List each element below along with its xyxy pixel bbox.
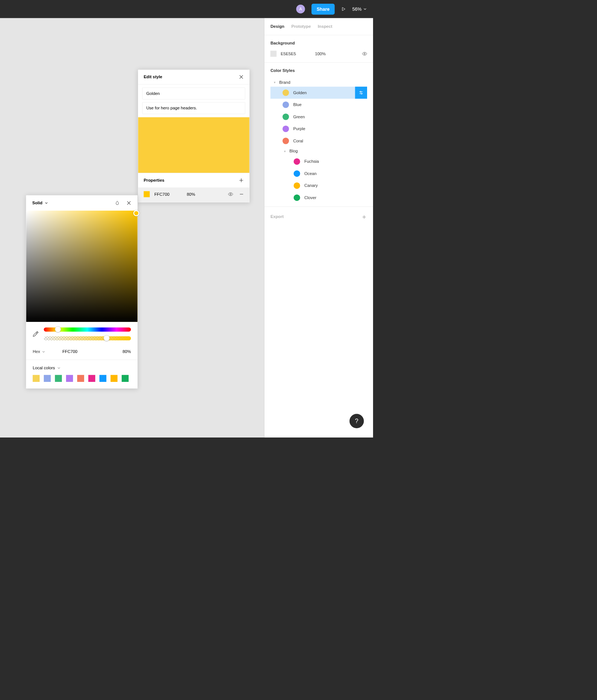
svg-point-3	[230, 194, 231, 195]
local-swatch-1[interactable]	[44, 375, 51, 382]
color-format-dropdown[interactable]: Hex	[33, 349, 45, 354]
share-button[interactable]: Share	[311, 4, 334, 14]
swatch-canary	[294, 182, 300, 189]
swatch-ocean	[294, 170, 300, 177]
swatch-blue	[283, 102, 289, 108]
fill-row-actions	[228, 192, 244, 197]
local-swatch-0[interactable]	[33, 375, 40, 382]
blend-mode-button[interactable]	[115, 201, 120, 206]
export-section: Export ＋	[264, 207, 373, 227]
style-blue[interactable]: Blue	[270, 99, 367, 111]
local-colors-dropdown[interactable]: Local colors	[33, 366, 131, 370]
background-section: Background E5E5E5 100%	[264, 35, 373, 63]
local-swatch-8[interactable]	[122, 375, 129, 382]
style-preview	[138, 117, 250, 173]
present-button[interactable]	[341, 7, 346, 11]
fill-type-dropdown[interactable]: Solid	[32, 201, 48, 205]
sliders-row	[26, 322, 138, 346]
style-green-label: Green	[293, 114, 305, 119]
add-property-button[interactable]	[239, 178, 244, 183]
chevron-down-icon: ▼	[283, 149, 286, 153]
local-swatch-7[interactable]	[111, 375, 118, 382]
fill-swatch[interactable]	[144, 191, 150, 197]
visibility-toggle[interactable]	[362, 51, 367, 56]
color-styles-section: Color Styles ▼ Brand Golden Blue Green P…	[264, 63, 373, 207]
style-purple-label: Purple	[293, 126, 306, 131]
edit-style-header: Edit style	[138, 70, 250, 84]
tab-inspect[interactable]: Inspect	[318, 24, 332, 29]
hue-thumb[interactable]	[55, 326, 61, 332]
style-golden[interactable]: Golden	[270, 87, 367, 99]
style-ocean[interactable]: Ocean	[281, 168, 367, 180]
alpha-slider[interactable]	[44, 336, 131, 340]
chevron-down-icon	[45, 201, 48, 205]
remove-property-button[interactable]	[239, 192, 244, 197]
color-value-row: Hex FFC700 80%	[26, 346, 138, 360]
right-panel: Design Prototype Inspect Background E5E5…	[264, 18, 373, 438]
background-label: Background	[270, 41, 367, 46]
visibility-toggle[interactable]	[228, 192, 233, 197]
background-swatch[interactable]	[270, 51, 276, 57]
properties-header: Properties	[138, 173, 250, 187]
svg-point-1	[360, 91, 361, 92]
picker-header-actions	[115, 201, 131, 206]
close-button[interactable]	[126, 201, 132, 206]
tab-design[interactable]: Design	[270, 24, 284, 29]
top-bar: A Share 56%	[0, 0, 373, 18]
add-export-button[interactable]: ＋	[361, 213, 367, 221]
style-clover-label: Clover	[304, 195, 317, 200]
group-brand-label: Brand	[279, 80, 290, 85]
svg-point-0	[364, 53, 365, 54]
fill-hex[interactable]: FFC700	[154, 192, 182, 197]
color-picker-panel: Solid Hex	[26, 195, 138, 389]
local-swatch-5[interactable]	[88, 375, 95, 382]
chevron-down-icon	[363, 7, 367, 11]
group-blog[interactable]: ▼ Blog	[281, 147, 367, 155]
swatch-fuchsia	[294, 158, 300, 165]
style-purple[interactable]: Purple	[270, 123, 367, 135]
slider-column	[44, 327, 131, 340]
tab-prototype[interactable]: Prototype	[291, 24, 311, 29]
help-button[interactable]: ?	[350, 414, 364, 428]
style-fuchsia[interactable]: Fuchsia	[281, 155, 367, 168]
background-hex[interactable]: E5E5E5	[281, 51, 311, 56]
alpha-thumb[interactable]	[103, 335, 109, 341]
edit-style-button[interactable]	[355, 87, 367, 99]
style-coral[interactable]: Coral	[270, 135, 367, 147]
properties-label: Properties	[144, 178, 165, 183]
local-colors-section: Local colors	[26, 360, 138, 389]
local-swatch-2[interactable]	[55, 375, 62, 382]
style-blue-label: Blue	[293, 102, 302, 107]
background-opacity[interactable]: 100%	[315, 51, 333, 56]
style-green[interactable]: Green	[270, 111, 367, 123]
saturation-value-area[interactable]	[26, 211, 138, 322]
avatar[interactable]: A	[296, 5, 305, 14]
eyedropper-button[interactable]	[33, 331, 39, 337]
style-canary-label: Canary	[304, 183, 318, 188]
zoom-dropdown[interactable]: 56%	[352, 6, 367, 11]
style-fuchsia-label: Fuchsia	[304, 159, 319, 164]
style-name-input[interactable]	[142, 88, 245, 99]
style-clover[interactable]: Clover	[281, 192, 367, 204]
swatch-coral	[283, 138, 289, 144]
chevron-down-icon	[57, 366, 60, 370]
style-description-input[interactable]	[142, 102, 245, 114]
svg-point-2	[361, 93, 362, 94]
hue-slider[interactable]	[44, 327, 131, 331]
group-brand[interactable]: ▼ Brand	[270, 78, 367, 87]
sv-thumb[interactable]	[133, 210, 139, 216]
fill-property-row: FFC700 80%	[138, 188, 250, 202]
swatch-green	[283, 113, 289, 120]
opacity-input[interactable]: 80%	[123, 349, 131, 354]
group-blog-container: ▼ Blog Fuchsia Ocean Canary Clover	[270, 147, 367, 204]
edit-style-body	[138, 85, 250, 118]
hex-input[interactable]: FFC700	[62, 349, 77, 354]
edit-style-panel: Edit style Properties FFC700 80%	[138, 70, 250, 203]
close-button[interactable]	[239, 75, 244, 80]
swatch-purple	[283, 126, 289, 132]
fill-opacity[interactable]: 80%	[187, 192, 201, 197]
local-swatch-3[interactable]	[66, 375, 73, 382]
style-canary[interactable]: Canary	[281, 179, 367, 192]
local-swatch-4[interactable]	[77, 375, 84, 382]
local-swatch-6[interactable]	[99, 375, 106, 382]
